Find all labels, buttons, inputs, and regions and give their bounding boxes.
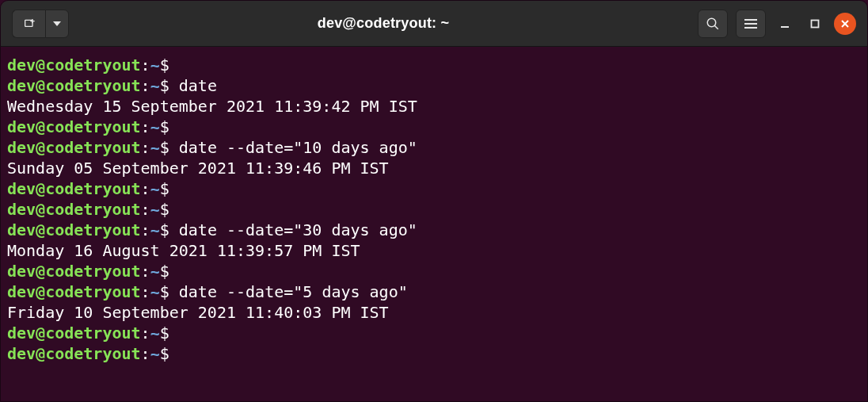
prompt-userhost: dev@codetryout bbox=[7, 76, 141, 95]
prompt-path: ~ bbox=[150, 76, 160, 95]
maximize-icon bbox=[810, 19, 820, 29]
prompt-separator: : bbox=[141, 262, 150, 281]
command-text bbox=[169, 117, 179, 136]
prompt-userhost: dev@codetryout bbox=[7, 138, 141, 157]
output-text: Sunday 05 September 2021 11:39:46 PM IST bbox=[7, 159, 389, 178]
prompt-separator: : bbox=[141, 324, 150, 343]
prompt-separator: : bbox=[141, 117, 150, 136]
prompt-separator: : bbox=[141, 76, 150, 95]
prompt-userhost: dev@codetryout bbox=[7, 344, 141, 363]
minimize-button[interactable] bbox=[774, 13, 796, 35]
prompt-userhost: dev@codetryout bbox=[7, 282, 141, 301]
prompt-path: ~ bbox=[150, 282, 160, 301]
prompt-separator: : bbox=[141, 138, 150, 157]
prompt-userhost: dev@codetryout bbox=[7, 220, 141, 239]
command-text: date --date="5 days ago" bbox=[169, 282, 408, 301]
terminal-line: dev@codetryout:~$ bbox=[7, 117, 861, 137]
prompt-separator: : bbox=[141, 344, 150, 363]
window-title: dev@codetryout: ~ bbox=[75, 15, 691, 32]
search-button[interactable] bbox=[698, 10, 728, 38]
close-icon bbox=[840, 19, 850, 29]
titlebar[interactable]: dev@codetryout: ~ bbox=[1, 1, 867, 47]
prompt-path: ~ bbox=[150, 344, 160, 363]
command-text: date --date="10 days ago" bbox=[169, 138, 417, 157]
svg-point-3 bbox=[707, 18, 716, 27]
prompt-path: ~ bbox=[150, 220, 160, 239]
prompt-path: ~ bbox=[150, 324, 160, 343]
svg-rect-6 bbox=[812, 20, 819, 27]
prompt-userhost: dev@codetryout bbox=[7, 324, 141, 343]
terminal-body[interactable]: dev@codetryout:~$ dev@codetryout:~$ date… bbox=[1, 47, 867, 401]
prompt-symbol: $ bbox=[160, 324, 169, 343]
terminal-line: dev@codetryout:~$ bbox=[7, 199, 861, 220]
prompt-symbol: $ bbox=[160, 76, 169, 95]
maximize-button[interactable] bbox=[804, 13, 826, 35]
prompt-symbol: $ bbox=[160, 282, 169, 301]
prompt-separator: : bbox=[141, 220, 150, 239]
prompt-symbol: $ bbox=[160, 138, 169, 157]
prompt-symbol: $ bbox=[160, 179, 169, 198]
prompt-path: ~ bbox=[150, 138, 160, 157]
terminal-line: dev@codetryout:~$ bbox=[7, 178, 861, 199]
command-text bbox=[169, 262, 179, 281]
prompt-separator: : bbox=[141, 200, 150, 219]
terminal-line: dev@codetryout:~$ date bbox=[7, 75, 861, 96]
prompt-symbol: $ bbox=[160, 344, 169, 363]
command-text bbox=[169, 200, 179, 219]
command-text: date --date="30 days ago" bbox=[169, 220, 417, 239]
command-text: date bbox=[169, 76, 217, 95]
prompt-symbol: $ bbox=[160, 220, 169, 239]
terminal-line: Friday 10 September 2021 11:40:03 PM IST bbox=[7, 302, 861, 323]
prompt-path: ~ bbox=[150, 200, 160, 219]
prompt-userhost: dev@codetryout bbox=[7, 117, 141, 136]
prompt-separator: : bbox=[141, 179, 150, 198]
new-tab-icon bbox=[23, 17, 36, 30]
terminal-line: dev@codetryout:~$ bbox=[7, 261, 861, 281]
search-icon bbox=[706, 17, 720, 31]
new-tab-button[interactable] bbox=[12, 10, 45, 38]
prompt-path: ~ bbox=[150, 56, 160, 75]
menu-button[interactable] bbox=[736, 10, 766, 38]
output-text: Monday 16 August 2021 11:39:57 PM IST bbox=[7, 241, 360, 260]
terminal-line: Monday 16 August 2021 11:39:57 PM IST bbox=[7, 240, 861, 261]
hamburger-icon bbox=[744, 19, 757, 29]
prompt-userhost: dev@codetryout bbox=[7, 56, 141, 75]
prompt-path: ~ bbox=[150, 262, 160, 281]
output-text: Wednesday 15 September 2021 11:39:42 PM … bbox=[7, 97, 417, 116]
terminal-line: dev@codetryout:~$ date --date="10 days a… bbox=[7, 137, 861, 158]
chevron-down-icon bbox=[53, 21, 61, 26]
command-text bbox=[169, 179, 179, 198]
svg-line-4 bbox=[714, 25, 718, 29]
prompt-path: ~ bbox=[150, 117, 160, 136]
terminal-line: dev@codetryout:~$ bbox=[7, 323, 861, 343]
terminal-line: Sunday 05 September 2021 11:39:46 PM IST bbox=[7, 158, 861, 178]
prompt-separator: : bbox=[141, 56, 150, 75]
terminal-line: dev@codetryout:~$ date --date="5 days ag… bbox=[7, 281, 861, 302]
prompt-symbol: $ bbox=[160, 200, 169, 219]
command-text bbox=[169, 344, 179, 363]
terminal-line: dev@codetryout:~$ date --date="30 days a… bbox=[7, 220, 861, 240]
close-button[interactable] bbox=[834, 13, 856, 35]
prompt-userhost: dev@codetryout bbox=[7, 262, 141, 281]
terminal-window: dev@codetryout: ~ dev@codetryout:~$ dev@… bbox=[0, 0, 868, 402]
prompt-symbol: $ bbox=[160, 117, 169, 136]
command-text bbox=[169, 56, 179, 75]
tab-dropdown-button[interactable] bbox=[45, 10, 69, 38]
terminal-line: dev@codetryout:~$ bbox=[7, 55, 861, 75]
prompt-path: ~ bbox=[150, 179, 160, 198]
terminal-line: dev@codetryout:~$ bbox=[7, 343, 861, 364]
output-text: Friday 10 September 2021 11:40:03 PM IST bbox=[7, 303, 389, 322]
titlebar-left bbox=[12, 10, 69, 38]
prompt-symbol: $ bbox=[160, 56, 169, 75]
minimize-icon bbox=[780, 19, 790, 29]
titlebar-right bbox=[698, 10, 856, 38]
command-text bbox=[169, 324, 179, 343]
prompt-separator: : bbox=[141, 282, 150, 301]
prompt-userhost: dev@codetryout bbox=[7, 179, 141, 198]
prompt-userhost: dev@codetryout bbox=[7, 200, 141, 219]
prompt-symbol: $ bbox=[160, 262, 169, 281]
terminal-line: Wednesday 15 September 2021 11:39:42 PM … bbox=[7, 96, 861, 117]
